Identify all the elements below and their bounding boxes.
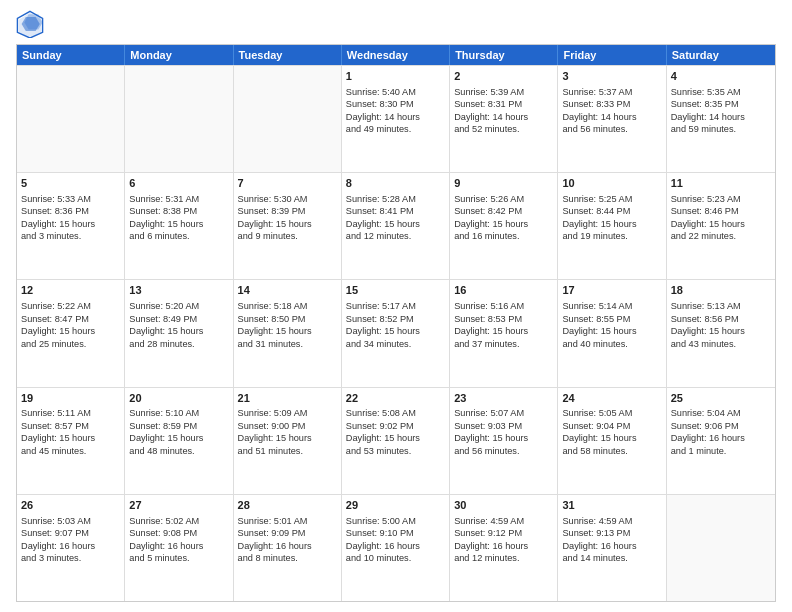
header-cell-saturday: Saturday (667, 45, 775, 65)
day-info-line: and 9 minutes. (238, 230, 337, 242)
day-info-line: Sunset: 9:13 PM (562, 527, 661, 539)
header-cell-friday: Friday (558, 45, 666, 65)
day-cell-17: 17Sunrise: 5:14 AMSunset: 8:55 PMDayligh… (558, 280, 666, 386)
day-cell-6: 6Sunrise: 5:31 AMSunset: 8:38 PMDaylight… (125, 173, 233, 279)
day-number: 17 (562, 283, 661, 298)
calendar: SundayMondayTuesdayWednesdayThursdayFrid… (16, 44, 776, 602)
day-info-line: Sunrise: 5:35 AM (671, 86, 771, 98)
day-info-line: Daylight: 14 hours (671, 111, 771, 123)
day-info-line: Sunset: 9:10 PM (346, 527, 445, 539)
day-info-line: Sunrise: 5:08 AM (346, 407, 445, 419)
day-info-line: and 56 minutes. (454, 445, 553, 457)
day-cell-4: 4Sunrise: 5:35 AMSunset: 8:35 PMDaylight… (667, 66, 775, 172)
day-info-line: Sunset: 9:00 PM (238, 420, 337, 432)
day-info-line: Sunrise: 5:31 AM (129, 193, 228, 205)
empty-cell (234, 66, 342, 172)
day-info-line: Sunrise: 5:20 AM (129, 300, 228, 312)
day-info-line: Daylight: 15 hours (238, 432, 337, 444)
day-info-line: Daylight: 15 hours (238, 218, 337, 230)
day-info-line: Sunset: 9:02 PM (346, 420, 445, 432)
day-info-line: Daylight: 16 hours (238, 540, 337, 552)
day-info-line: Sunset: 8:47 PM (21, 313, 120, 325)
day-info-line: Sunrise: 5:23 AM (671, 193, 771, 205)
day-number: 18 (671, 283, 771, 298)
day-info-line: Daylight: 15 hours (129, 432, 228, 444)
day-info-line: Sunset: 8:56 PM (671, 313, 771, 325)
day-cell-11: 11Sunrise: 5:23 AMSunset: 8:46 PMDayligh… (667, 173, 775, 279)
day-info-line: Sunrise: 5:22 AM (21, 300, 120, 312)
day-info-line: Sunset: 8:55 PM (562, 313, 661, 325)
day-info-line: and 58 minutes. (562, 445, 661, 457)
day-cell-24: 24Sunrise: 5:05 AMSunset: 9:04 PMDayligh… (558, 388, 666, 494)
day-info-line: Sunset: 8:49 PM (129, 313, 228, 325)
day-info-line: Sunrise: 5:07 AM (454, 407, 553, 419)
day-info-line: Sunset: 9:12 PM (454, 527, 553, 539)
day-number: 15 (346, 283, 445, 298)
day-info-line: Sunrise: 5:25 AM (562, 193, 661, 205)
day-info-line: Daylight: 15 hours (454, 432, 553, 444)
day-info-line: and 48 minutes. (129, 445, 228, 457)
day-info-line: and 34 minutes. (346, 338, 445, 350)
day-info-line: Sunrise: 5:17 AM (346, 300, 445, 312)
day-info-line: and 10 minutes. (346, 552, 445, 564)
calendar-row: 12Sunrise: 5:22 AMSunset: 8:47 PMDayligh… (17, 279, 775, 386)
day-info-line: Daylight: 16 hours (21, 540, 120, 552)
day-info-line: Daylight: 15 hours (21, 325, 120, 337)
day-info-line: Sunrise: 5:28 AM (346, 193, 445, 205)
day-info-line: Daylight: 15 hours (21, 218, 120, 230)
day-info-line: Daylight: 15 hours (129, 218, 228, 230)
day-cell-3: 3Sunrise: 5:37 AMSunset: 8:33 PMDaylight… (558, 66, 666, 172)
day-cell-21: 21Sunrise: 5:09 AMSunset: 9:00 PMDayligh… (234, 388, 342, 494)
day-number: 9 (454, 176, 553, 191)
day-cell-9: 9Sunrise: 5:26 AMSunset: 8:42 PMDaylight… (450, 173, 558, 279)
day-info-line: and 19 minutes. (562, 230, 661, 242)
day-number: 28 (238, 498, 337, 513)
day-cell-29: 29Sunrise: 5:00 AMSunset: 9:10 PMDayligh… (342, 495, 450, 601)
day-info-line: Daylight: 14 hours (454, 111, 553, 123)
header (16, 10, 776, 38)
header-cell-sunday: Sunday (17, 45, 125, 65)
day-number: 19 (21, 391, 120, 406)
day-info-line: Daylight: 15 hours (562, 218, 661, 230)
day-info-line: Daylight: 14 hours (562, 111, 661, 123)
empty-cell (17, 66, 125, 172)
day-number: 27 (129, 498, 228, 513)
day-info-line: Sunrise: 5:30 AM (238, 193, 337, 205)
day-info-line: and 52 minutes. (454, 123, 553, 135)
day-info-line: Sunrise: 5:13 AM (671, 300, 771, 312)
day-cell-15: 15Sunrise: 5:17 AMSunset: 8:52 PMDayligh… (342, 280, 450, 386)
header-cell-monday: Monday (125, 45, 233, 65)
day-cell-8: 8Sunrise: 5:28 AMSunset: 8:41 PMDaylight… (342, 173, 450, 279)
day-cell-22: 22Sunrise: 5:08 AMSunset: 9:02 PMDayligh… (342, 388, 450, 494)
day-info-line: Sunrise: 5:05 AM (562, 407, 661, 419)
day-number: 8 (346, 176, 445, 191)
day-info-line: Daylight: 15 hours (238, 325, 337, 337)
day-cell-30: 30Sunrise: 4:59 AMSunset: 9:12 PMDayligh… (450, 495, 558, 601)
day-number: 14 (238, 283, 337, 298)
day-number: 3 (562, 69, 661, 84)
day-info-line: Sunset: 9:06 PM (671, 420, 771, 432)
day-info-line: and 59 minutes. (671, 123, 771, 135)
day-info-line: Daylight: 15 hours (21, 432, 120, 444)
day-info-line: and 56 minutes. (562, 123, 661, 135)
day-cell-19: 19Sunrise: 5:11 AMSunset: 8:57 PMDayligh… (17, 388, 125, 494)
day-cell-23: 23Sunrise: 5:07 AMSunset: 9:03 PMDayligh… (450, 388, 558, 494)
day-info-line: Daylight: 15 hours (346, 432, 445, 444)
day-number: 16 (454, 283, 553, 298)
day-info-line: Daylight: 16 hours (346, 540, 445, 552)
day-number: 6 (129, 176, 228, 191)
header-cell-tuesday: Tuesday (234, 45, 342, 65)
day-info-line: and 5 minutes. (129, 552, 228, 564)
day-number: 31 (562, 498, 661, 513)
day-info-line: Daylight: 15 hours (346, 325, 445, 337)
day-info-line: Sunset: 8:39 PM (238, 205, 337, 217)
day-info-line: Sunset: 8:38 PM (129, 205, 228, 217)
day-info-line: Daylight: 15 hours (562, 325, 661, 337)
day-number: 30 (454, 498, 553, 513)
day-info-line: Daylight: 15 hours (671, 325, 771, 337)
day-info-line: Daylight: 16 hours (562, 540, 661, 552)
day-cell-31: 31Sunrise: 4:59 AMSunset: 9:13 PMDayligh… (558, 495, 666, 601)
day-info-line: Sunrise: 5:14 AM (562, 300, 661, 312)
day-cell-1: 1Sunrise: 5:40 AMSunset: 8:30 PMDaylight… (342, 66, 450, 172)
day-info-line: Daylight: 16 hours (671, 432, 771, 444)
